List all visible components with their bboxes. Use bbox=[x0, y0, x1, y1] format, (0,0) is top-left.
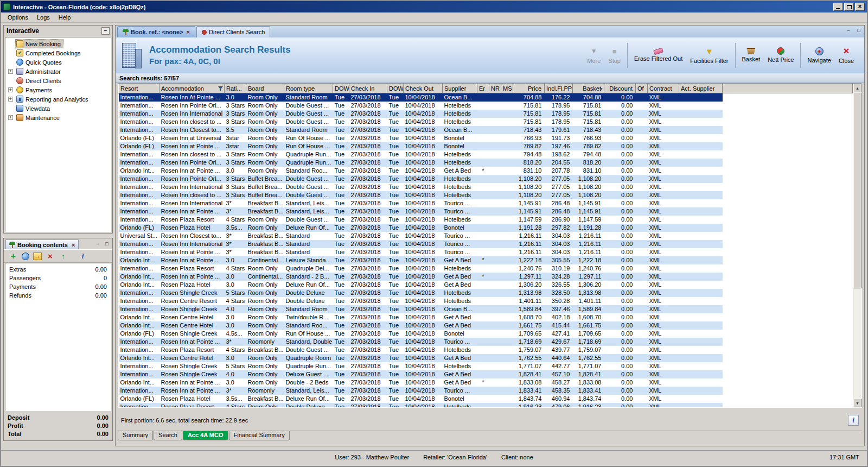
column-header-board[interactable]: Board bbox=[246, 84, 284, 93]
sidebar-item-quick-quotes[interactable]: +Quick Quotes bbox=[5, 58, 111, 67]
tab-close-icon[interactable]: × bbox=[187, 29, 190, 35]
column-header-dow[interactable]: DOW bbox=[333, 84, 349, 93]
column-header-rati[interactable]: Rati... bbox=[225, 84, 246, 93]
scrollbar-track[interactable] bbox=[853, 92, 861, 399]
column-header-contract[interactable]: Contract bbox=[648, 84, 679, 93]
scroll-up-icon[interactable]: ▲ bbox=[853, 84, 861, 92]
expand-icon[interactable]: + bbox=[8, 97, 13, 102]
table-row[interactable]: Internation...Rosen Inn International3 S… bbox=[119, 183, 853, 191]
table-row[interactable]: Internation...Rosen Inn closest to ...3 … bbox=[119, 118, 853, 126]
table-row[interactable]: Internation...Rosen Inn closest to ...3 … bbox=[119, 150, 853, 159]
scrollbar-thumb[interactable] bbox=[853, 92, 861, 288]
table-row[interactable]: Orlando Int...Rosen Plaza Hotel3.0Room O… bbox=[119, 281, 853, 289]
table-row[interactable]: Orlando Int...Rosen Inn at Pointe ...3.0… bbox=[119, 256, 853, 264]
delete-button[interactable]: × bbox=[46, 251, 55, 261]
table-row[interactable]: Internation...Rosen Inn Pointe Orl...3 S… bbox=[119, 102, 853, 110]
column-header-check-out[interactable]: Check Out bbox=[404, 84, 443, 93]
bottom-tab-acc-4a-mco[interactable]: Acc 4A MCO bbox=[183, 431, 228, 440]
column-header-dow[interactable]: DOW bbox=[387, 84, 404, 93]
table-row[interactable]: Internation...Rosen Shingle Creek5 Stars… bbox=[119, 362, 853, 370]
booking-list-item[interactable]: Passengers0 bbox=[5, 274, 111, 282]
column-header-of[interactable]: Of bbox=[636, 84, 648, 93]
table-row[interactable]: Orlando (FL)Rosen Inn at Pointe ...3star… bbox=[119, 142, 853, 150]
table-row[interactable]: Orlando Int...Rosen Centre Hotel3.0Room … bbox=[119, 321, 853, 330]
table-row[interactable]: Internation...Rosen Inn At Pointe ...3.0… bbox=[119, 93, 853, 102]
sidebar-item-administrator[interactable]: +Administrator bbox=[5, 67, 111, 76]
booking-list-item[interactable]: Extras0.00 bbox=[5, 265, 111, 274]
sidebar-item-completed-bookings[interactable]: +Completed Bookings bbox=[5, 48, 111, 58]
column-header-nr[interactable]: NR bbox=[489, 84, 501, 93]
table-row[interactable]: Internation...Rosen Shingle Creek5 Stars… bbox=[119, 289, 853, 297]
menu-item-logs[interactable]: Logs bbox=[33, 13, 54, 22]
panel-minimize-button[interactable]: − bbox=[94, 241, 101, 248]
table-row[interactable]: Internation...Rosen Inn at Pointe ...3*B… bbox=[119, 248, 853, 256]
table-row[interactable]: Internation...Rosen Inn Pointe Orl...3 S… bbox=[119, 175, 853, 183]
expand-icon[interactable]: + bbox=[8, 87, 13, 92]
column-header-supplier[interactable]: Supplier bbox=[443, 84, 477, 93]
column-header-check-in[interactable]: Check In bbox=[349, 84, 387, 93]
sidebar-item-reporting-and-analytics[interactable]: +Reporting and Analytics bbox=[5, 94, 111, 104]
column-header-accommodation[interactable]: Accommodation bbox=[159, 84, 225, 93]
column-header-incl-fl-pp[interactable]: Incl.Fl.PP bbox=[545, 84, 573, 93]
table-row[interactable]: Internation...Rosen Inn Closest to...3.5… bbox=[119, 126, 853, 134]
table-row[interactable]: Internation...Rosen Inn closest to ...3 … bbox=[119, 191, 853, 199]
menu-item-options[interactable]: Options bbox=[3, 13, 33, 22]
panel-restore-button[interactable]: □ bbox=[103, 241, 111, 248]
column-header-price[interactable]: Price bbox=[513, 84, 545, 93]
nett-price-button[interactable]: Nett Price bbox=[764, 46, 797, 65]
sidebar-item-new-booking[interactable]: +New Booking bbox=[5, 39, 111, 48]
globe-button[interactable] bbox=[22, 253, 29, 260]
navigate-button[interactable]: Navigate bbox=[803, 46, 834, 65]
table-row[interactable]: Internation...Rosen Plaza Resort4 StarsR… bbox=[119, 216, 853, 224]
menu-item-help[interactable]: Help bbox=[54, 13, 75, 22]
minimize-button[interactable] bbox=[833, 3, 843, 11]
sidebar-item-viewdata[interactable]: +Viewdata bbox=[5, 104, 111, 113]
basket-button[interactable]: Basket bbox=[738, 46, 764, 64]
add-button[interactable]: + bbox=[9, 251, 18, 261]
table-row[interactable]: Orlando (FL)Rosen Plaza Hotel3.5s...Room… bbox=[119, 224, 853, 232]
table-row[interactable]: Internation...Rosen Inn at Pointe ...3*R… bbox=[119, 387, 853, 395]
table-row[interactable]: Internation...Rosen Shingle Creek4.0Room… bbox=[119, 305, 853, 313]
table-row[interactable]: Internation...Rosen Inn Pointe Orl...3 S… bbox=[119, 159, 853, 167]
mdi-restore-button[interactable]: □ bbox=[855, 27, 863, 34]
table-row[interactable]: Internation...Rosen Inn International3*B… bbox=[119, 199, 853, 207]
up-button[interactable]: ↑ bbox=[59, 251, 68, 261]
table-row[interactable]: Orlando Int...Rosen Inn at Pointe ...3.0… bbox=[119, 273, 853, 281]
table-row[interactable]: Orlando Int...Rosen Centre Hotel3.0Room … bbox=[119, 354, 853, 362]
table-row[interactable]: Internation...Rosen Plaza Resort4 StarsR… bbox=[119, 264, 853, 273]
expand-icon[interactable]: + bbox=[8, 69, 13, 74]
tab-direct-clients-search[interactable]: Direct Clients Search bbox=[196, 26, 270, 37]
table-row[interactable]: Internation...Rosen Shingle Creek4.0Room… bbox=[119, 370, 853, 378]
export-button[interactable]: → bbox=[33, 253, 42, 260]
table-row[interactable]: Internation...Rosen Plaza Resort4 StarsB… bbox=[119, 346, 853, 354]
sidebar-item-direct-clients[interactable]: +Direct Clients bbox=[5, 76, 111, 85]
info-button[interactable]: i bbox=[78, 251, 87, 261]
table-row[interactable]: Internation...Rosen Inn International3*B… bbox=[119, 240, 853, 248]
table-row[interactable]: Orlando Int...Rosen Inn at Pointe ...3.0… bbox=[119, 378, 853, 387]
table-row[interactable]: Orlando Int...Rosen Inn at Pointe ...3.0… bbox=[119, 167, 853, 175]
bottom-tab-summary[interactable]: Summary bbox=[118, 431, 153, 440]
collapse-panel-button[interactable]: − bbox=[101, 27, 110, 35]
filter-icon[interactable] bbox=[218, 86, 223, 91]
table-row[interactable]: Internation...Rosen Plaza Resort4 StarsR… bbox=[119, 403, 853, 407]
sidebar-item-payments[interactable]: +Payments bbox=[5, 85, 111, 94]
scroll-down-icon[interactable]: ▼ bbox=[853, 399, 861, 407]
column-header-room-type[interactable]: Room type bbox=[284, 84, 333, 93]
info-button[interactable]: i bbox=[848, 415, 859, 426]
table-row[interactable]: Internation...Rosen Inn International3 S… bbox=[119, 110, 853, 118]
column-header-resort[interactable]: Resort bbox=[119, 84, 159, 93]
column-header-discount[interactable]: Discount bbox=[604, 84, 636, 93]
tab-booking[interactable]: Book. ref.: <none>× bbox=[117, 26, 195, 37]
booking-list-item[interactable]: Refunds0.00 bbox=[5, 291, 111, 300]
table-row[interactable]: Internation...Rosen Inn at Pointe ...3*R… bbox=[119, 338, 853, 346]
maximize-button[interactable] bbox=[844, 3, 854, 11]
table-row[interactable]: Orlando Int...Rosen Centre Hotel3.0Room … bbox=[119, 313, 853, 321]
panel-close-icon[interactable]: × bbox=[72, 242, 75, 248]
facilities-filter-button[interactable]: Facilities Filter bbox=[686, 45, 732, 66]
mdi-minimize-button[interactable]: − bbox=[845, 27, 852, 34]
column-header-ms[interactable]: MS bbox=[501, 84, 513, 93]
booking-list-item[interactable]: Payments0.00 bbox=[5, 282, 111, 291]
booking-contents-tab[interactable]: Booking contents × bbox=[5, 239, 79, 249]
table-row[interactable]: Orlando (FL)Rosen Plaza Hotel3.5s...Brea… bbox=[119, 395, 853, 403]
column-header-basket[interactable]: Basket bbox=[573, 84, 604, 93]
